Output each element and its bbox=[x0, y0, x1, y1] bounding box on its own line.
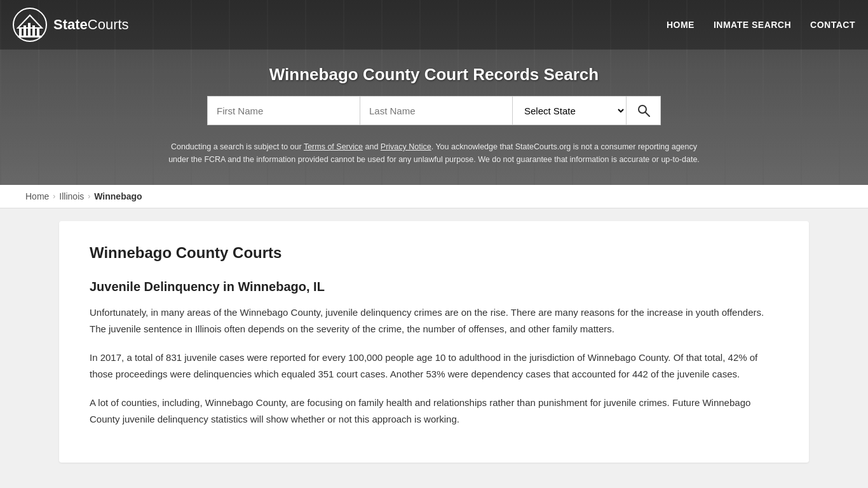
content-card: Winnebago County Courts Juvenile Delinqu… bbox=[59, 221, 809, 463]
breadcrumb-home[interactable]: Home bbox=[25, 191, 49, 201]
section-paragraph-0-1: In 2017, a total of 831 juvenile cases w… bbox=[90, 349, 778, 382]
nav-contact[interactable]: CONTACT bbox=[810, 20, 855, 30]
main-wrapper: Winnebago County Courts Juvenile Delinqu… bbox=[0, 208, 868, 488]
privacy-link[interactable]: Privacy Notice bbox=[381, 142, 431, 151]
nav-inmate-search[interactable]: INMATE SEARCH bbox=[714, 20, 791, 30]
page-hero-title: Winnebago County Court Records Search bbox=[13, 65, 855, 85]
svg-rect-7 bbox=[18, 36, 42, 37]
hero-section: StateCourts HOME INMATE SEARCH CONTACT W… bbox=[0, 0, 868, 185]
nav-home[interactable]: HOME bbox=[667, 20, 695, 30]
first-name-input[interactable] bbox=[207, 96, 360, 125]
nav-links: HOME INMATE SEARCH CONTACT bbox=[667, 20, 855, 30]
svg-rect-3 bbox=[28, 23, 31, 36]
search-section: Winnebago County Court Records Search Se… bbox=[0, 50, 868, 185]
search-icon bbox=[637, 104, 650, 117]
svg-rect-2 bbox=[24, 25, 26, 36]
svg-line-9 bbox=[646, 112, 649, 116]
svg-rect-5 bbox=[37, 28, 39, 36]
svg-rect-4 bbox=[32, 25, 35, 36]
section-paragraph-0-2: A lot of counties, including, Winnebago … bbox=[90, 395, 778, 427]
logo-text: StateCourts bbox=[53, 17, 129, 33]
svg-rect-1 bbox=[19, 28, 22, 36]
logo-link[interactable]: StateCourts bbox=[13, 8, 129, 42]
svg-point-8 bbox=[639, 105, 646, 113]
tos-link[interactable]: Terms of Service bbox=[304, 142, 363, 151]
main-nav: StateCourts HOME INMATE SEARCH CONTACT bbox=[0, 0, 868, 50]
logo-icon bbox=[13, 8, 47, 42]
section-paragraph-0-0: Unfortunately, in many areas of the Winn… bbox=[90, 304, 778, 337]
state-select[interactable]: Select State Alabama Alaska Arizona Arka… bbox=[512, 96, 627, 125]
hero-content: StateCourts HOME INMATE SEARCH CONTACT W… bbox=[0, 0, 868, 185]
content-title: Winnebago County Courts bbox=[90, 244, 778, 262]
breadcrumb-sep-2: › bbox=[88, 192, 90, 201]
last-name-input[interactable] bbox=[360, 96, 512, 125]
disclaimer-text: Conducting a search is subject to our Te… bbox=[148, 134, 720, 179]
search-button[interactable] bbox=[627, 96, 661, 125]
breadcrumb: Home › Illinois › Winnebago bbox=[0, 185, 868, 208]
breadcrumb-current: Winnebago bbox=[94, 191, 142, 201]
search-form: Select State Alabama Alaska Arizona Arka… bbox=[13, 96, 855, 125]
breadcrumb-sep-1: › bbox=[53, 192, 55, 201]
breadcrumb-illinois[interactable]: Illinois bbox=[59, 191, 84, 201]
section-heading-0: Juvenile Delinquency in Winnebago, IL bbox=[90, 280, 778, 294]
